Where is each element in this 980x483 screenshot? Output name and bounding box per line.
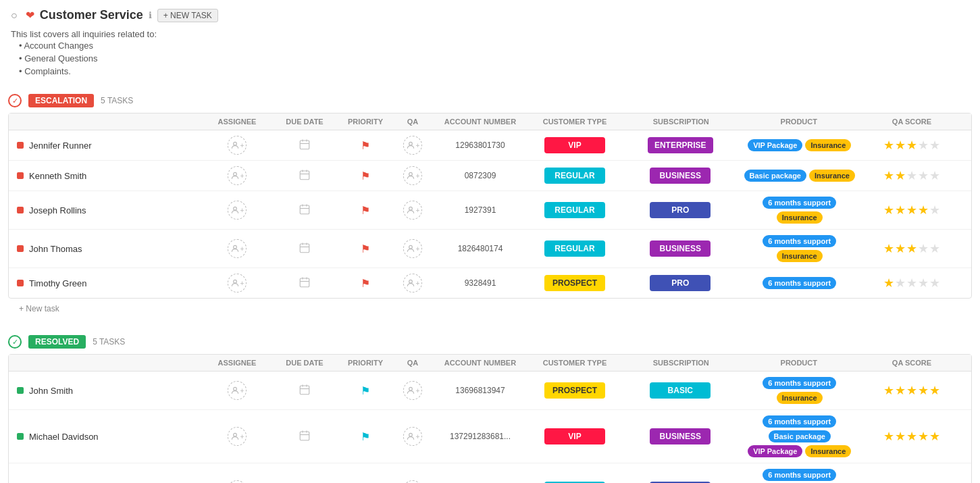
star-empty-icon: ★	[929, 138, 940, 153]
qa-avatar[interactable]: +	[403, 480, 422, 483]
star-empty-icon: ★	[929, 241, 940, 256]
task-name-label: Kenneth Smith	[29, 171, 86, 181]
qa-cell[interactable]: +	[392, 136, 433, 155]
new-task-button[interactable]: + NEW TASK	[157, 9, 218, 22]
calendar-icon[interactable]	[299, 203, 311, 218]
qa-avatar[interactable]: +	[403, 201, 422, 220]
product-tag: Basic package	[744, 170, 806, 182]
calendar-icon[interactable]	[299, 430, 311, 444]
svg-point-35	[409, 387, 412, 390]
svg-point-23	[409, 245, 412, 249]
qa-cell[interactable]: +	[392, 480, 433, 483]
calendar-icon[interactable]	[299, 384, 311, 398]
due-date-cell[interactable]	[271, 430, 338, 444]
qa-cell[interactable]: +	[392, 239, 433, 258]
assignee-avatar[interactable]: +	[228, 201, 247, 220]
star-filled-icon: ★	[918, 203, 929, 218]
due-date-cell[interactable]	[271, 138, 338, 153]
col-due-date-r: DUE DATE	[271, 359, 338, 367]
due-date-cell[interactable]	[271, 384, 338, 398]
customer-type-badge: REGULAR	[544, 168, 605, 184]
assignee-avatar[interactable]: +	[228, 166, 247, 185]
calendar-icon[interactable]	[299, 138, 311, 153]
star-empty-icon: ★	[895, 276, 906, 290]
assignee-cell[interactable]: +	[203, 166, 271, 185]
col-assignee-r: ASSIGNEE	[203, 359, 271, 367]
customer-type-badge: VIP	[544, 137, 605, 153]
due-date-cell[interactable]	[271, 169, 338, 183]
due-date-cell[interactable]	[271, 242, 338, 256]
qa-cell[interactable]: +	[392, 381, 433, 400]
svg-rect-7	[300, 171, 309, 180]
star-filled-icon: ★	[929, 429, 940, 444]
due-date-cell[interactable]	[271, 203, 338, 218]
back-button[interactable]: ○	[11, 9, 18, 22]
product-tag: Insurance	[805, 139, 851, 151]
assignee-avatar[interactable]: +	[228, 239, 247, 258]
qa-avatar[interactable]: +	[403, 274, 422, 293]
table-row: Patricia Curtis + ⚑ +	[9, 463, 971, 483]
qa-score-cell: ★★★★★	[858, 429, 966, 444]
escalation-toggle[interactable]: ✓	[8, 94, 22, 107]
priority-flag-icon: ⚑	[361, 204, 370, 217]
calendar-icon[interactable]	[299, 276, 311, 290]
assignee-cell[interactable]: +	[203, 136, 271, 155]
assignee-cell[interactable]: +	[203, 480, 271, 483]
qa-avatar[interactable]: +	[403, 427, 422, 446]
resolved-count: 5 TASKS	[93, 337, 125, 347]
escalation-rows: Jennifer Runner + ⚑ +	[9, 130, 971, 298]
svg-rect-37	[300, 432, 309, 440]
qa-avatar[interactable]: +	[403, 381, 422, 400]
subscription-cell: BUSINESS	[622, 168, 739, 184]
account-number-cell: 9328491	[433, 278, 527, 288]
resolved-toggle[interactable]: ✓	[8, 335, 22, 349]
assignee-cell[interactable]: +	[203, 381, 271, 400]
product-tag: VIP Package	[748, 139, 802, 151]
task-name-label: Michael Davidson	[29, 432, 99, 442]
qa-cell[interactable]: +	[392, 201, 433, 220]
assignee-avatar[interactable]: +	[228, 274, 247, 293]
star-empty-icon: ★	[906, 168, 917, 183]
priority-cell: ⚑	[338, 384, 392, 397]
star-empty-icon: ★	[929, 276, 940, 290]
escalation-new-task[interactable]: + New task	[8, 299, 70, 319]
qa-cell[interactable]: +	[392, 166, 433, 185]
assignee-cell[interactable]: +	[203, 427, 271, 446]
task-name-label: Joseph Rollins	[29, 205, 86, 215]
task-name-label: John Smith	[29, 386, 73, 396]
due-date-cell[interactable]	[271, 276, 338, 290]
qa-avatar[interactable]: +	[403, 166, 422, 185]
assignee-avatar[interactable]: +	[228, 480, 247, 483]
qa-cell[interactable]: +	[392, 427, 433, 446]
product-tag: 6 months support	[763, 469, 836, 481]
resolved-rows: John Smith + ⚑ +	[9, 372, 971, 483]
star-filled-icon: ★	[906, 203, 917, 218]
priority-flag-icon: ⚑	[361, 384, 370, 397]
star-filled-icon: ★	[895, 241, 906, 256]
product-tag: 6 months support	[763, 277, 836, 289]
assignee-cell[interactable]: +	[203, 239, 271, 258]
qa-cell[interactable]: +	[392, 274, 433, 293]
assignee-avatar[interactable]: +	[228, 427, 247, 446]
qa-avatar[interactable]: +	[403, 136, 422, 155]
subscription-product-cell: ENTERPRISE VIP PackageInsurance	[622, 137, 858, 153]
subscription-product-cell: BUSINESS Basic packageInsurance	[622, 168, 858, 184]
qa-avatar[interactable]: +	[403, 239, 422, 258]
table-row: Joseph Rollins + ⚑ +	[9, 191, 971, 230]
assignee-cell[interactable]: +	[203, 274, 271, 293]
star-filled-icon: ★	[883, 429, 894, 444]
star-filled-icon: ★	[906, 429, 917, 444]
calendar-icon[interactable]	[299, 242, 311, 256]
info-icon[interactable]: ℹ	[149, 10, 152, 20]
calendar-icon[interactable]	[299, 169, 311, 183]
star-filled-icon: ★	[918, 383, 929, 398]
escalation-count: 5 TASKS	[101, 96, 133, 105]
assignee-avatar[interactable]: +	[228, 381, 247, 400]
star-empty-icon: ★	[918, 276, 929, 290]
star-filled-icon: ★	[883, 203, 894, 218]
assignee-cell[interactable]: +	[203, 201, 271, 220]
product-tag: Basic package	[769, 430, 831, 442]
qa-score-cell: ★★★★★	[858, 276, 966, 290]
assignee-avatar[interactable]: +	[228, 136, 247, 155]
escalation-section: ✓ ESCALATION 5 TASKS ASSIGNEE DUE DATE P…	[8, 88, 972, 319]
